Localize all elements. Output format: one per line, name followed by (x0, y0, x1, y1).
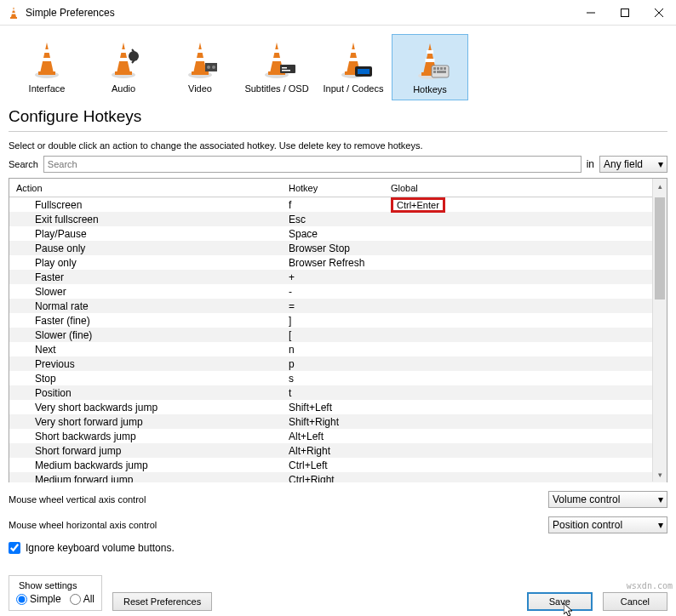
category-tab-input-codecs[interactable]: Input / Codecs (315, 34, 392, 100)
table-row[interactable]: Faster (fine)] (9, 313, 667, 328)
svg-rect-27 (280, 65, 295, 73)
svg-rect-35 (358, 69, 370, 74)
table-row[interactable]: Short backwards jumpAlt+Left (9, 429, 667, 443)
search-input[interactable] (43, 156, 581, 173)
scroll-down-icon[interactable]: ▾ (653, 467, 667, 482)
table-row[interactable]: Slower (fine)[ (9, 328, 667, 342)
col-global[interactable]: Global (384, 183, 486, 193)
table-row[interactable]: Play onlyBrowser Refresh (9, 255, 667, 270)
table-row[interactable]: Slower- (9, 284, 667, 299)
svg-rect-37 (427, 50, 433, 54)
svg-rect-1 (12, 9, 15, 11)
cell-hotkey: p (282, 358, 384, 370)
cell-action: Exit fullscreen (9, 214, 282, 225)
wheel-h-select[interactable]: Position control▾ (548, 516, 667, 533)
cell-action: Medium backwards jump (9, 459, 282, 471)
col-action[interactable]: Action (9, 183, 282, 193)
svg-rect-28 (282, 67, 287, 69)
table-row[interactable]: Faster+ (9, 270, 667, 284)
svg-rect-31 (350, 49, 357, 53)
svg-rect-45 (433, 71, 436, 73)
table-row[interactable]: Very short forward jumpShift+Right (9, 414, 667, 429)
cell-hotkey: Shift+Left (282, 402, 384, 414)
svg-point-15 (129, 51, 139, 61)
save-button[interactable]: Save (527, 592, 593, 611)
cone-audio-icon (103, 39, 144, 80)
cancel-button[interactable]: Cancel (603, 592, 667, 611)
cell-hotkey: Browser Stop (282, 242, 384, 254)
cell-hotkey: ] (282, 315, 384, 327)
cell-hotkey: s (282, 373, 384, 385)
svg-rect-29 (282, 70, 290, 71)
table-row[interactable]: Nextn (9, 342, 667, 356)
ignore-volume-checkbox[interactable]: Ignore keyboard volume buttons. (9, 542, 667, 554)
cell-action: Next (9, 344, 282, 356)
svg-rect-38 (426, 59, 435, 62)
table-row[interactable]: Previousp (9, 356, 667, 371)
category-tab-video[interactable]: Video (162, 34, 238, 100)
scrollbar[interactable]: ▴ ▾ (652, 179, 667, 482)
svg-rect-14 (115, 71, 132, 75)
close-button[interactable] (642, 0, 676, 26)
svg-rect-9 (43, 58, 52, 61)
cell-hotkey: Space (282, 228, 384, 240)
table-row[interactable]: Short forward jumpAlt+Right (9, 443, 667, 458)
radio-all[interactable]: All (70, 593, 95, 605)
table-row[interactable]: Very short backwards jumpShift+Left (9, 400, 667, 414)
minimize-button[interactable] (574, 0, 608, 26)
col-hotkey[interactable]: Hotkey (282, 183, 384, 193)
reset-preferences-button[interactable]: Reset Preferences (112, 592, 212, 611)
category-tab-subtitles-osd[interactable]: Subtitles / OSD (238, 34, 315, 100)
cell-hotkey: n (282, 344, 384, 356)
chevron-down-icon: ▾ (658, 519, 663, 531)
category-tab-interface[interactable]: Interface (9, 34, 85, 100)
cell-hotkey: Ctrl+Right (282, 474, 384, 483)
svg-point-22 (212, 66, 215, 69)
svg-rect-8 (43, 49, 50, 53)
table-row[interactable]: Exit fullscreenEsc (9, 212, 667, 226)
watermark: wsxdn.com (627, 581, 673, 590)
cell-action: Very short forward jump (9, 416, 282, 428)
table-row[interactable]: Positiont (9, 385, 667, 400)
svg-rect-2 (12, 13, 16, 14)
table-row[interactable]: Medium backwards jumpCtrl+Left (9, 458, 667, 472)
category-tab-audio[interactable]: Audio (85, 34, 162, 100)
wheel-v-select[interactable]: Volume control▾ (548, 491, 667, 508)
page-heading: Configure Hotkeys (9, 107, 667, 126)
cell-hotkey: Alt+Left (282, 431, 384, 442)
svg-point-21 (207, 66, 210, 69)
table-row[interactable]: Medium forward jumpCtrl+Right (9, 472, 667, 482)
svg-rect-12 (120, 49, 127, 53)
svg-rect-44 (444, 67, 446, 70)
cell-global: Ctrl+Enter (384, 197, 486, 213)
table-row[interactable]: Stops (9, 371, 667, 385)
search-field-select[interactable]: Any field▾ (599, 156, 667, 173)
table-row[interactable]: FullscreenfCtrl+Enter (9, 197, 667, 212)
table-row[interactable]: Pause onlyBrowser Stop (9, 241, 667, 255)
cell-action: Medium forward jump (9, 474, 282, 483)
maximize-button[interactable] (608, 0, 642, 26)
radio-simple[interactable]: Simple (16, 593, 61, 605)
cell-action: Faster (fine) (9, 315, 282, 327)
table-row[interactable]: Play/PauseSpace (9, 226, 667, 241)
cell-action: Position (9, 387, 282, 399)
table-row[interactable]: Normal rate= (9, 299, 667, 313)
cone-subtitles-icon (256, 39, 297, 80)
cell-hotkey: Browser Refresh (282, 257, 384, 269)
cell-hotkey: Alt+Right (282, 445, 384, 457)
cell-action: Pause only (9, 242, 282, 254)
scroll-up-icon[interactable]: ▴ (653, 179, 667, 193)
category-tab-hotkeys[interactable]: Hotkeys (392, 34, 468, 100)
category-tabs: Interface Audio Video Subtitles / OSD In… (9, 26, 667, 100)
cell-hotkey: - (282, 286, 384, 298)
svg-rect-32 (349, 58, 358, 61)
cell-hotkey: Ctrl+Left (282, 459, 384, 471)
svg-rect-13 (119, 58, 129, 61)
cell-action: Stop (9, 373, 282, 385)
cell-action: Short backwards jump (9, 431, 282, 442)
scroll-thumb[interactable] (655, 197, 665, 299)
ignore-volume-input[interactable] (9, 542, 20, 554)
cell-hotkey: + (282, 271, 384, 283)
cursor-icon (564, 603, 576, 616)
cell-action: Short forward jump (9, 445, 282, 457)
